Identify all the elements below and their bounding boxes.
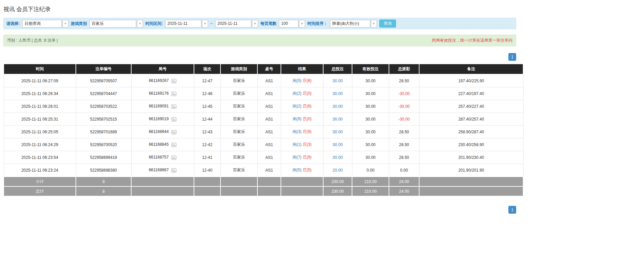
summary-cell: 230.00 <box>323 186 352 196</box>
payout-cell: 28.50 <box>389 138 419 151</box>
table-row: 2025-11-11 06:25:05 522958701689 6611689… <box>4 126 523 138</box>
total-bet-link[interactable]: 30.00 <box>333 79 343 83</box>
valid-bet-cell: 30.00 <box>352 113 389 126</box>
total-bet-link[interactable]: 30.00 <box>333 142 343 147</box>
bet-id-cell: 522958702515 <box>76 113 131 126</box>
chevron-down-icon[interactable]: ▾ <box>299 20 305 28</box>
summary-cell <box>131 177 194 186</box>
summary-cell <box>220 186 257 196</box>
game-type-cell: 百家乐 <box>220 151 257 164</box>
game-type-cell: 百家乐 <box>220 100 257 113</box>
round-cell: 661169267 <box>131 74 194 87</box>
note-cell: 257.40/227.40 <box>419 100 523 113</box>
video-replay-icon[interactable] <box>171 168 177 173</box>
session-cell: 12-41 <box>194 151 220 164</box>
round-cell: 661168667 <box>131 164 194 177</box>
table-no-cell: AS1 <box>257 100 281 113</box>
summary-cell <box>194 186 220 196</box>
summary-cell: 230.00 <box>323 177 352 186</box>
video-replay-icon[interactable] <box>171 130 177 134</box>
summary-cell: 8 <box>76 177 131 186</box>
video-replay-icon[interactable] <box>171 117 177 122</box>
page-size-label: 每页笔数 <box>260 21 277 27</box>
total-bet-link[interactable]: 30.00 <box>333 104 343 109</box>
summary-cell <box>194 177 220 186</box>
chevron-down-icon[interactable]: ▾ <box>202 20 208 28</box>
table-body: 2025-11-11 06:27:09 522958705507 6611692… <box>4 74 523 177</box>
total-bet-cell: 30.00 <box>323 138 352 151</box>
bet-id-cell: 522958703522 <box>76 100 131 113</box>
table-row: 2025-11-11 06:26:34 522958704447 6611691… <box>4 87 523 100</box>
summary-cell <box>257 177 281 186</box>
date-to-select[interactable]: 2025-11-11 ▾ <box>215 20 258 28</box>
round-id: 661169267 <box>149 78 168 83</box>
total-bet-cell: 30.00 <box>323 151 352 164</box>
bet-id-cell: 522958701689 <box>76 126 131 138</box>
game-type-cell: 百家乐 <box>220 126 257 138</box>
column-header: 游戏类别 <box>220 64 257 74</box>
time-cell: 2025-11-11 06:25:31 <box>4 113 76 126</box>
payout-cell: -30.00 <box>389 100 419 113</box>
date-to-value: 2025-11-11 <box>215 20 251 28</box>
round-cell: 661169091 <box>131 100 194 113</box>
page-size-select[interactable]: 100 ▾ <box>279 20 305 28</box>
table-no-cell: AS1 <box>257 113 281 126</box>
session-cell: 12-40 <box>194 164 220 177</box>
date-range-separator: ~ <box>210 21 213 26</box>
chevron-down-icon[interactable]: ▾ <box>252 20 258 28</box>
sort-order-select[interactable]: 降幂(由大到小) ▾ <box>330 20 377 28</box>
table-row: 2025-11-11 06:26:01 522958703522 6611690… <box>4 100 523 113</box>
session-cell: 12-43 <box>194 126 220 138</box>
round-id: 661169019 <box>149 117 168 121</box>
video-replay-icon[interactable] <box>171 143 177 147</box>
column-header: 有效投注 <box>352 64 389 74</box>
result-cell: 闲(7) 庄(9) <box>281 151 323 164</box>
total-bet-cell: 30.00 <box>323 74 352 87</box>
result-banker: 庄(6) <box>303 104 312 108</box>
video-replay-icon[interactable] <box>171 104 177 109</box>
video-replay-icon[interactable] <box>171 155 177 160</box>
total-bet-cell: 30.00 <box>323 87 352 100</box>
rule-notice-text: 同局有效投注，统一计算在该局第一张注单内 <box>432 38 512 43</box>
video-replay-icon[interactable] <box>171 92 177 96</box>
date-from-select[interactable]: 2025-11-11 ▾ <box>165 20 208 28</box>
query-type-select[interactable]: 日期查询 ▾ <box>22 20 68 28</box>
video-replay-icon[interactable] <box>171 79 177 83</box>
result-cell: 闲(2) 庄(6) <box>281 100 323 113</box>
chevron-down-icon[interactable]: ▾ <box>62 20 68 28</box>
game-type-cell: 百家乐 <box>220 74 257 87</box>
bet-records-table: 时间注单编号局号场次游戏类别桌号结果总投注有效投注总派彩备注 2025-11-1… <box>3 63 524 196</box>
table-no-cell: AS1 <box>257 151 281 164</box>
column-header: 桌号 <box>257 64 281 74</box>
chevron-down-icon[interactable]: ▾ <box>371 20 377 28</box>
table-header-row: 时间注单编号局号场次游戏类别桌号结果总投注有效投注总派彩备注 <box>4 64 523 74</box>
column-header: 备注 <box>419 64 523 74</box>
table-no-cell: AS1 <box>257 138 281 151</box>
total-bet-link[interactable]: 30.00 <box>333 117 343 122</box>
search-button[interactable]: 查询 <box>379 19 396 28</box>
session-cell: 12-47 <box>194 74 220 87</box>
result-cell: 闲(1) 庄(3) <box>281 138 323 151</box>
date-range-label: 时间区间: <box>145 21 163 27</box>
column-header: 结果 <box>281 64 323 74</box>
game-type-select[interactable]: 百家乐 ▾ <box>89 20 143 28</box>
summary-cell: 24.00 <box>389 177 419 186</box>
result-player: 闲(5) <box>293 78 302 83</box>
bet-id-cell: 522958704447 <box>76 87 131 100</box>
page-button-1[interactable]: 1 <box>508 53 516 61</box>
result-cell: 闲(5) 庄(6) <box>281 74 323 87</box>
time-cell: 2025-11-11 06:25:05 <box>4 126 76 138</box>
round-id: 661169091 <box>149 104 168 108</box>
bet-id-cell: 522958699419 <box>76 151 131 164</box>
column-header: 局号 <box>131 64 194 74</box>
time-cell: 2025-11-11 06:23:24 <box>4 164 76 177</box>
total-bet-link[interactable]: 20.00 <box>333 168 343 173</box>
total-bet-link[interactable]: 30.00 <box>333 155 343 160</box>
total-bet-link[interactable]: 30.00 <box>333 130 343 134</box>
chevron-down-icon[interactable]: ▾ <box>137 20 143 28</box>
time-cell: 2025-11-11 06:26:01 <box>4 100 76 113</box>
total-bet-link[interactable]: 30.00 <box>333 91 343 96</box>
game-type-cell: 百家乐 <box>220 87 257 100</box>
page-button-1[interactable]: 1 <box>508 206 516 214</box>
summary-cell: 210.00 <box>352 177 389 186</box>
